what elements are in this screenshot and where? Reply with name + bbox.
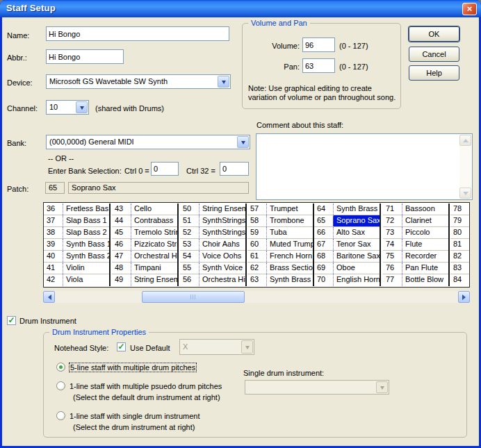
patch-name-cell[interactable]: Clarinet [402,215,448,226]
patch-name-cell[interactable]: Alto Sax [333,227,380,238]
patch-number-cell[interactable]: 53 [180,239,199,250]
patch-name-cell[interactable]: Trumpet [266,204,313,215]
patch-name-cell[interactable]: Oboe [333,263,380,274]
patch-number-cell[interactable]: 49 [112,274,131,286]
patch-number-cell[interactable]: 67 [314,239,333,250]
patch-name-cell[interactable]: Violin [63,263,109,274]
patch-name-cell[interactable]: Brass Sectio [266,263,313,274]
radio-1line-multi-label[interactable]: 1-line staff with multiple psuedo drum p… [70,382,222,390]
patch-name-cell[interactable]: Choir Aahs [199,239,245,250]
patch-number-cell[interactable]: 44 [112,215,131,226]
patch-name-cell[interactable]: English Horn [333,274,380,286]
patch-name-cell[interactable]: Bassoon [402,204,448,215]
patch-name-cell[interactable]: Cello [131,204,177,215]
patch-name-cell[interactable]: Synth Bass 1 [63,239,109,250]
cancel-button[interactable]: Cancel [409,47,459,62]
patch-name-cell[interactable]: Tuba [266,227,313,238]
patch-number-cell[interactable]: 62 [247,263,266,274]
patch-number-cell[interactable]: 68 [314,251,333,262]
comment-scrollbar[interactable] [459,135,471,199]
patch-name-cell[interactable] [469,274,470,286]
patch-number-cell[interactable]: 80 [450,227,469,238]
bank-combobox[interactable]: (000,000d) General MIDI [46,135,250,149]
patch-name-cell[interactable]: Viola [63,274,109,286]
pan-input[interactable] [302,58,335,73]
patch-name-cell[interactable]: String Ensem [131,274,177,286]
patch-name-cell[interactable]: Synth Brass [266,274,313,286]
patch-name-cell[interactable] [469,251,470,262]
patch-number-cell[interactable]: 65 [314,215,333,226]
scroll-down-button[interactable] [459,188,471,199]
radio-1line-single-label[interactable]: 1-line staff with single drum instrument [70,412,200,420]
patch-number-cell[interactable]: 73 [383,227,402,238]
patch-number-cell[interactable]: 47 [112,251,131,262]
patch-number-cell[interactable]: 40 [44,251,63,262]
patch-name-cell[interactable]: Synth Brass [333,204,380,215]
patch-number-cell[interactable]: 55 [180,263,199,274]
scroll-left-button[interactable] [43,291,55,303]
close-button[interactable]: × [462,3,477,15]
patch-name-cell[interactable]: SynthStrings [199,227,245,238]
patch-number-cell[interactable]: 59 [247,227,266,238]
patch-name-cell[interactable]: Fretless Bas [63,204,109,215]
patch-name-cell[interactable]: Tremolo Strin [131,227,177,238]
use-default-checkbox[interactable]: ✓ [117,342,126,351]
patch-name-cell[interactable] [469,204,470,215]
scroll-right-button[interactable] [458,291,470,303]
patch-name-cell[interactable]: Orchestral H [131,251,177,262]
patch-name-cell[interactable]: Pizzicato Stri [131,239,177,250]
patch-name-cell[interactable]: Recorder [402,251,448,262]
ok-button[interactable]: OK [409,26,459,42]
patch-number-cell[interactable]: 76 [383,263,402,274]
patch-name-cell[interactable]: Slap Bass 2 [63,227,109,238]
patch-number-cell[interactable]: 79 [450,215,469,226]
abbr-input[interactable] [46,49,124,64]
patch-name-cell[interactable]: SynthStrings [199,215,245,226]
patch-number-cell[interactable]: 64 [314,204,333,215]
title-bar[interactable]: Staff Setup × [0,0,481,17]
patch-number-cell[interactable]: 81 [450,239,469,250]
patch-name-cell[interactable]: Bottle Blow [402,274,448,286]
patch-number-cell[interactable]: 60 [247,239,266,250]
comment-textarea[interactable] [256,133,473,200]
patch-name-cell[interactable]: Soprano Sax [333,215,380,226]
patch-number-cell[interactable]: 43 [112,204,131,215]
channel-combobox[interactable]: 10 [46,100,89,115]
patch-name-cell[interactable] [469,215,470,226]
patch-number-cell[interactable]: 36 [44,204,63,215]
radio-5line-staff[interactable] [56,363,65,372]
patch-name-cell[interactable] [469,227,470,238]
patch-number-cell[interactable]: 41 [44,263,63,274]
patch-name-cell[interactable]: Slap Bass 1 [63,215,109,226]
patch-number-cell[interactable]: 83 [450,263,469,274]
patch-name-cell[interactable]: Contrabass [131,215,177,226]
patch-number-cell[interactable]: 42 [44,274,63,286]
patch-number-cell[interactable]: 78 [450,204,469,215]
chevron-down-icon[interactable] [237,136,249,148]
ctrl32-input[interactable] [220,162,249,176]
patch-number-cell[interactable]: 75 [383,251,402,262]
patch-name-cell[interactable]: Synth Bass 2 [63,251,109,262]
patch-name-cell[interactable]: Muted Trump [266,239,313,250]
patch-number-cell[interactable]: 46 [112,239,131,250]
patch-number-cell[interactable]: 50 [180,204,199,215]
device-combobox[interactable]: Microsoft GS Wavetable SW Synth [46,74,231,89]
patch-number-cell[interactable]: 63 [247,274,266,286]
patch-name-cell[interactable]: Timpani [131,263,177,274]
patch-number-cell[interactable]: 37 [44,215,63,226]
scroll-thumb[interactable] [142,291,245,303]
patch-number-cell[interactable]: 71 [383,204,402,215]
patch-number-cell[interactable]: 74 [383,239,402,250]
name-input[interactable] [46,26,229,41]
patch-name-cell[interactable]: Orchestra Hit [199,274,245,286]
patch-name-cell[interactable]: French Horn [266,251,313,262]
patch-number-cell[interactable]: 51 [180,215,199,226]
drum-instrument-checkbox[interactable]: ✓ [7,316,16,325]
patch-number-cell[interactable]: 54 [180,251,199,262]
patch-number-cell[interactable]: 77 [383,274,402,286]
patch-name-cell[interactable]: Voice Oohs [199,251,245,262]
ctrl0-input[interactable] [151,162,179,176]
patch-number-cell[interactable]: 56 [180,274,199,286]
patch-number-cell[interactable]: 66 [314,227,333,238]
patch-number-cell[interactable]: 58 [247,215,266,226]
